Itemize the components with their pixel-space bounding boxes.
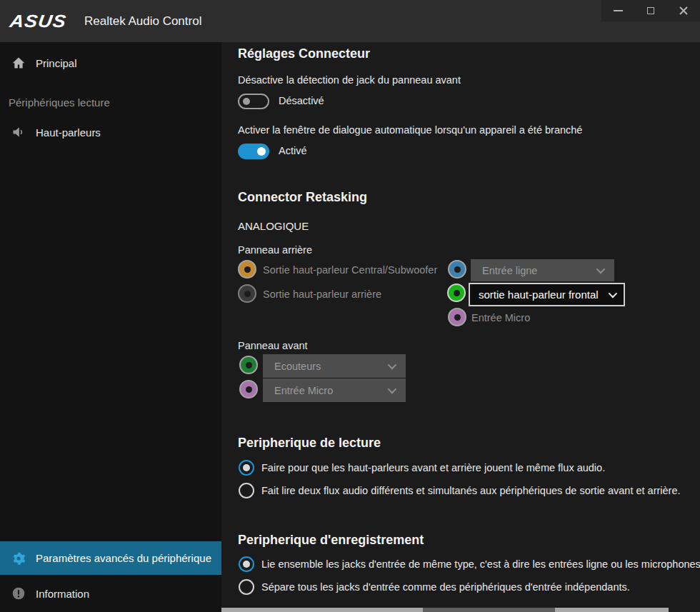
sidebar-item-label: Principal: [36, 57, 77, 69]
rear-panel-label: Panneau arrière: [238, 244, 312, 256]
window-controls: [601, 0, 700, 21]
horizontal-scrollbar[interactable]: [221, 608, 669, 612]
entree-micro-dropdown[interactable]: Entrée Micro: [263, 378, 406, 402]
maximize-icon: [647, 7, 654, 14]
recording-radio-tie-jacks[interactable]: [239, 556, 254, 572]
subsection-analogique: ANALOGIQUE: [238, 220, 309, 232]
info-icon: [11, 586, 26, 601]
section-title-peripherique-lecture: Peripherique de lecture: [238, 436, 381, 451]
ecouteurs-dropdown[interactable]: Ecouteurs: [263, 354, 406, 378]
recording-radio-separate-jacks[interactable]: [239, 579, 254, 595]
toggle-knob: [243, 98, 250, 105]
titlebar: ASUS Realtek Audio Control: [0, 0, 700, 42]
radio-dot: [243, 561, 250, 568]
horizontal-scrollbar-thumb[interactable]: [423, 608, 555, 612]
radio-dot: [243, 464, 250, 471]
sidebar-item-label: Haut-parleurs: [36, 126, 101, 139]
toggle-state-label: Désactivé: [279, 95, 324, 106]
jack-hole: [454, 266, 461, 273]
recording-option-label: Sépare tous les jacks d'entrée comme des…: [261, 581, 630, 593]
speaker-icon: [11, 125, 26, 139]
toggle-state-label: Activé: [279, 145, 307, 156]
realtek-audio-control-window: ASUS Realtek Audio Control Principal Pér…: [0, 0, 700, 612]
audio-jack-icon-front-purple: [239, 380, 258, 398]
section-title-reglages-connecteur: Réglages Connecteur: [238, 46, 370, 61]
dropdown-value: Ecouteurs: [274, 361, 388, 372]
toggle-label-auto-dialog: Activer la fenêtre de dialogue automatiq…: [238, 124, 582, 136]
sidebar-item-information[interactable]: Information: [0, 579, 221, 608]
jack-detection-toggle[interactable]: [238, 94, 269, 109]
playback-radio-same-stream[interactable]: [239, 460, 254, 476]
jack-hole: [244, 291, 251, 297]
toggle-knob: [257, 147, 266, 156]
chevron-down-icon: [388, 361, 397, 370]
sidebar-item-label: Paramètres avancés du périphérique: [36, 552, 211, 564]
recording-option-label: Lie ensemble les jacks d'entrée de même …: [261, 558, 700, 570]
audio-jack-icon-gray: [238, 284, 256, 303]
audio-jack-icon-front-green: [239, 356, 258, 374]
playback-option-label: Fait lire deux flux audio différents et …: [261, 485, 681, 496]
audio-jack-icon-blue: [448, 260, 466, 279]
dropdown-value: sortie haut-parleur frontal: [479, 289, 609, 301]
chevron-down-icon: [596, 265, 606, 274]
playback-radio-two-streams[interactable]: [239, 483, 254, 498]
toggle-label-jack-detection: Désactive la détection de jack du pannea…: [238, 74, 461, 86]
jack-label-entree-micro: Entrée Micro: [471, 312, 530, 323]
close-icon: [679, 6, 688, 15]
jack-hole: [454, 290, 460, 296]
dropdown-value: Entrée Micro: [274, 385, 388, 396]
jack-label-central-subwoofer: Sortie haut-parleur Central/Subwoofer: [263, 264, 437, 276]
chevron-down-icon: [388, 385, 397, 394]
sidebar-section-peripheriques-lecture: Périphériques lecture: [9, 96, 110, 109]
settings-page: Réglages Connecteur Désactive la détecti…: [221, 42, 700, 608]
section-title-connector-retasking: Connector Retasking: [238, 190, 367, 205]
gear-icon: [11, 551, 26, 566]
maximize-button[interactable]: [634, 0, 667, 21]
audio-jack-icon-purple: [448, 308, 466, 326]
jack-hole: [246, 386, 252, 393]
minimize-icon: [614, 10, 623, 11]
sidebar-item-parametres-avances[interactable]: Paramètres avancés du périphérique: [0, 541, 221, 575]
front-panel-label: Panneau avant: [238, 340, 308, 351]
sidebar-item-principal[interactable]: Principal: [0, 50, 221, 76]
jack-hole: [244, 266, 251, 273]
jack-hole: [454, 314, 461, 321]
auto-dialog-toggle[interactable]: [238, 144, 269, 159]
sidebar-item-label: Information: [36, 588, 89, 600]
playback-option-label: Faire pour que les haut-parleurs avant e…: [261, 462, 605, 473]
section-title-peripherique-enregistrement: Peripherique d'enregistrement: [238, 533, 424, 548]
entree-ligne-dropdown[interactable]: Entrée ligne: [471, 259, 614, 281]
sidebar-item-haut-parleurs[interactable]: Haut-parleurs: [0, 119, 221, 145]
front-speaker-out-dropdown[interactable]: sortie haut-parleur frontal: [469, 283, 625, 306]
minimize-button[interactable]: [601, 0, 634, 21]
close-button[interactable]: [667, 0, 700, 21]
window-title: Realtek Audio Control: [84, 0, 201, 42]
audio-jack-icon-orange: [238, 260, 256, 279]
audio-jack-icon-green: [447, 284, 466, 302]
home-icon: [11, 56, 26, 70]
sidebar: Principal Périphériques lecture Haut-par…: [0, 42, 221, 612]
dropdown-value: Entrée ligne: [482, 265, 596, 276]
jack-label-rear-speaker: Sortie haut-parleur arrière: [263, 289, 381, 300]
asus-logo: ASUS: [9, 11, 80, 31]
chevron-down-icon: [609, 289, 618, 299]
jack-hole: [246, 362, 252, 368]
